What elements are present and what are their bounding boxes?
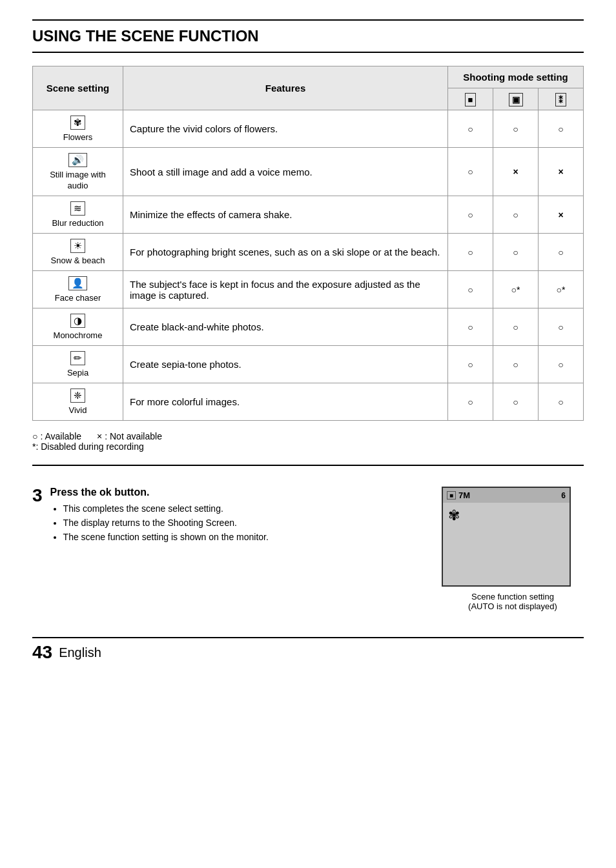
mode-cell-2-0: ○ [448,196,493,234]
feature-cell-2: Minimize the effects of camera shake. [123,196,448,234]
col-header-features: Features [123,66,448,110]
mode-cell-6-1: ○ [493,346,539,383]
mode-cell-5-2: ○ [539,308,584,346]
feature-cell-7: For more colorful images. [123,383,448,421]
screen-caption: Scene function setting (AUTO is not disp… [442,592,584,611]
page-number: 43 [32,642,52,663]
scene-table: Scene setting Features Shooting mode set… [32,66,584,421]
mode-cell-1-0: ○ [448,148,493,196]
step-title: Press the ok button. [50,487,269,498]
mode-cell-2-2: × [539,196,584,234]
mode-icon-2: ▣ [493,88,539,110]
available-label: : Available [40,431,81,441]
step-bullet: The scene function setting is shown on t… [63,532,269,542]
scene-cell-5: ◑Monochrome [33,308,123,346]
page-footer: 43 English [32,637,584,663]
mode-cell-1-1: × [493,148,539,196]
feature-cell-5: Create black-and-white photos. [123,308,448,346]
scene-cell-7: ❈Vivid [33,383,123,421]
page-title: USING THE SCENE FUNCTION [32,19,584,53]
mode-cell-3-1: ○ [493,234,539,271]
cam-scene-icon: ✾ [448,507,460,524]
mode-icon-1: ■ [448,88,493,110]
mode-cell-4-1: ○* [493,271,539,308]
feature-cell-0: Capture the vivid colors of flowers. [123,110,448,148]
feature-cell-1: Shoot a still image and add a voice memo… [123,148,448,196]
mode-cell-0-2: ○ [539,110,584,148]
feature-cell-4: The subject's face is kept in focus and … [123,271,448,308]
col-header-shooting: Shooting mode setting [448,66,584,88]
cam-number: 6 [561,491,566,500]
step-image: ■ 7M 6 ✾ Scene function setting (AUTO is… [442,487,584,611]
cam-mode-icon: ■ [447,491,456,500]
mode-cell-6-0: ○ [448,346,493,383]
step-section: 3 Press the ok button. This completes th… [32,487,584,611]
legend-note: *: Disabled during recording [32,441,584,452]
mode-cell-2-1: ○ [493,196,539,234]
step-bullet: The display returns to the Shooting Scre… [63,518,269,528]
mode-cell-0-0: ○ [448,110,493,148]
legend: ○ : Available × : Not available *: Disab… [32,431,584,452]
mode-cell-1-2: × [539,148,584,196]
mode-cell-4-0: ○ [448,271,493,308]
step-number: 3 [32,487,43,505]
mode-cell-7-1: ○ [493,383,539,421]
available-symbol: ○ [32,431,37,441]
step-bullets: This completes the scene select setting.… [50,503,269,542]
scene-cell-2: ≋Blur reduction [33,196,123,234]
scene-cell-1: 🔊Still image with audio [33,148,123,196]
mode-cell-7-2: ○ [539,383,584,421]
page-language: English [59,645,101,660]
feature-cell-6: Create sepia-tone photos. [123,346,448,383]
mode-cell-0-1: ○ [493,110,539,148]
mode-cell-5-1: ○ [493,308,539,346]
scene-cell-4: 👤Face chaser [33,271,123,308]
scene-cell-0: ✾Flowers [33,110,123,148]
mode-icon-3: ⁑ [539,88,584,110]
feature-cell-3: For photographing bright scenes, such as… [123,234,448,271]
mode-cell-6-2: ○ [539,346,584,383]
camera-screen: ■ 7M 6 ✾ [442,487,571,587]
step-divider [32,465,584,474]
mode-cell-3-2: ○ [539,234,584,271]
not-available-label: : Not available [105,431,162,441]
step-bullet: This completes the scene select setting. [63,503,269,514]
cam-megapixels: 7M [458,490,470,500]
col-header-scene: Scene setting [33,66,123,110]
not-available-symbol: × [97,431,102,441]
mode-cell-4-2: ○* [539,271,584,308]
mode-cell-3-0: ○ [448,234,493,271]
scene-cell-6: ✏Sepia [33,346,123,383]
scene-cell-3: ☀Snow & beach [33,234,123,271]
mode-cell-5-0: ○ [448,308,493,346]
mode-cell-7-0: ○ [448,383,493,421]
